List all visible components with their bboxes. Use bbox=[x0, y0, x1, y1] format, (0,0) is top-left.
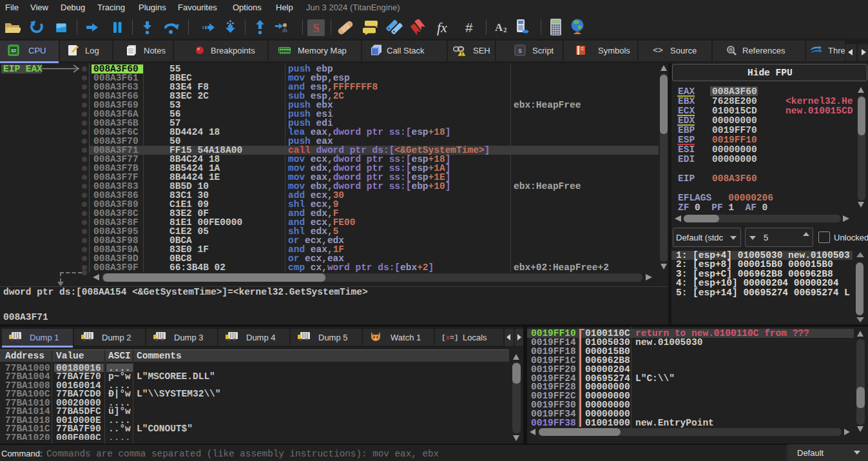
svg-text:2: 2 bbox=[503, 26, 507, 34]
svg-text:s: s bbox=[518, 48, 522, 55]
svg-text:<>: <> bbox=[653, 46, 663, 55]
svg-text:A: A bbox=[495, 21, 503, 34]
svg-text:#: # bbox=[465, 20, 473, 35]
svg-text:S: S bbox=[313, 21, 320, 35]
svg-text:[x=]: [x=] bbox=[441, 334, 458, 342]
svg-text:32: 32 bbox=[11, 48, 16, 53]
svg-text:fx: fx bbox=[437, 19, 447, 35]
